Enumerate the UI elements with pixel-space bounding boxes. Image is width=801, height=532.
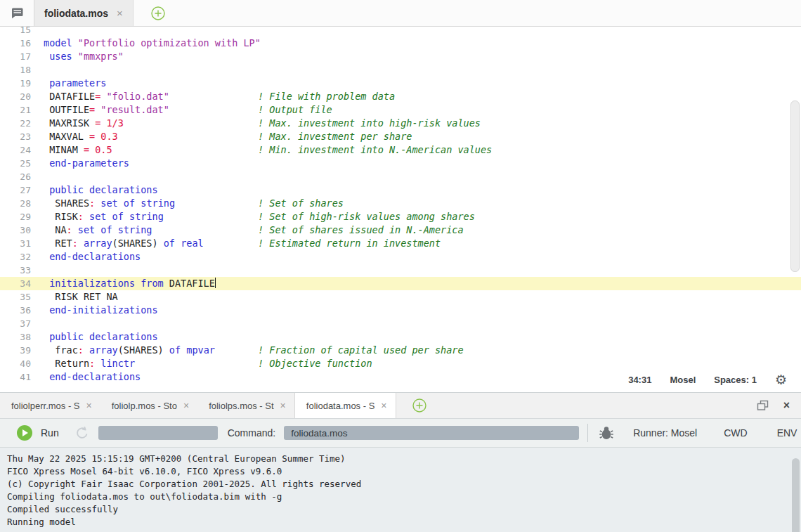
code-line[interactable]: 25 end-parameters <box>0 157 801 170</box>
console-line: Compiled successfully <box>7 503 801 516</box>
line-number: 21 <box>0 103 31 117</box>
code-line[interactable]: 20 DATAFILE= "folio.dat"! File with prob… <box>0 90 801 103</box>
code-line[interactable]: 19 parameters <box>0 77 801 90</box>
code-line[interactable]: 35 RISK RET NA <box>0 290 801 304</box>
line-number: 30 <box>0 223 31 237</box>
code-line[interactable]: 22 MAXRISK = 1/3! Max. investment into h… <box>0 117 801 130</box>
refresh-icon[interactable] <box>73 424 91 442</box>
line-number: 24 <box>0 143 31 157</box>
editor-scrollbar[interactable] <box>790 100 800 272</box>
code-line[interactable]: 26 <box>0 170 801 183</box>
code-line[interactable]: 34 initializations from DATAFILE <box>0 277 801 290</box>
close-tab-icon[interactable]: × <box>86 400 92 411</box>
panel-tab[interactable]: foliolperr.mos - S× <box>0 393 100 418</box>
code-text: NA: set of string! Set of shares issued … <box>31 223 801 237</box>
panel-actions: × <box>757 393 801 418</box>
editor-status-bar: 34:31 Mosel Spaces: 1 ⚙ <box>628 373 787 387</box>
code-line[interactable]: 31 RET: array(SHARES) of real! Estimated… <box>0 237 801 250</box>
close-tab-icon[interactable]: × <box>381 400 386 411</box>
console-line: Compiling foliodata.mos to out\foliodata… <box>7 491 801 503</box>
code-line[interactable]: 15 <box>0 27 801 37</box>
code-line[interactable]: 27 public declarations <box>0 183 801 197</box>
runner-selector[interactable]: Runner: Mosel <box>633 427 697 439</box>
line-number: 35 <box>0 290 31 304</box>
code-line[interactable]: 21 OUTFILE= "result.dat"! Output file <box>0 103 801 117</box>
code-text: initializations from DATAFILE <box>31 277 801 290</box>
syntax-mode-selector[interactable]: Mosel <box>670 373 696 387</box>
code-line[interactable]: 37 <box>0 317 801 330</box>
panel-tab-label: foliolperr.mos - S <box>11 401 80 411</box>
console-line: Running model <box>7 516 801 528</box>
line-number: 32 <box>0 250 31 264</box>
line-number: 25 <box>0 157 31 170</box>
line-number: 27 <box>0 183 31 197</box>
command-input[interactable] <box>284 426 579 440</box>
xpress-workbench-window: foliodata.mos × 1516model "Portfolio opt… <box>0 0 801 532</box>
env-button[interactable]: ENV <box>777 427 797 439</box>
code-text: SHARES: set of string! Set of shares <box>31 197 801 210</box>
line-number: 31 <box>0 237 31 250</box>
tab-foliodata[interactable]: foliodata.mos × <box>34 0 134 26</box>
line-number: 29 <box>0 210 31 223</box>
code-line[interactable]: 29 RISK: set of string! Set of high-risk… <box>0 210 801 223</box>
line-number: 41 <box>0 370 31 384</box>
code-text: MAXVAL = 0.3! Max. investment per share <box>31 130 801 143</box>
console-output[interactable]: Thu May 22 2025 15:15:19 GMT+0200 (Centr… <box>0 448 801 532</box>
line-number: 22 <box>0 117 31 130</box>
panel-tab[interactable]: foliolp.mos - Sto× <box>100 393 197 418</box>
settings-gear-icon[interactable]: ⚙ <box>775 373 787 387</box>
new-run-tab-button[interactable] <box>412 393 427 418</box>
code-line[interactable]: 39 frac: array(SHARES) of mpvar! Fractio… <box>0 344 801 357</box>
editor-tab-bar: foliodata.mos × <box>0 0 801 27</box>
code-text <box>31 264 801 277</box>
code-text: end-initializations <box>31 304 801 317</box>
indent-setting[interactable]: Spaces: 1 <box>714 373 757 387</box>
code-text: RISK RET NA <box>31 290 801 304</box>
command-label: Command: <box>228 427 275 439</box>
code-editor[interactable]: 1516model "Portfolio optimization with L… <box>0 27 801 392</box>
code-text: RET: array(SHARES) of real! Estimated re… <box>31 237 801 250</box>
console-scrollbar[interactable] <box>792 458 800 532</box>
restore-panel-icon[interactable] <box>757 400 769 411</box>
close-panel-icon[interactable]: × <box>783 399 790 412</box>
close-tab-icon[interactable]: × <box>117 7 123 19</box>
code-line[interactable]: 33 <box>0 264 801 277</box>
code-text <box>31 63 801 77</box>
line-number: 28 <box>0 197 31 210</box>
code-line[interactable]: 17 uses "mmxprs" <box>0 50 801 63</box>
file-list-icon[interactable] <box>0 0 34 26</box>
line-number: 34 <box>0 277 31 290</box>
close-tab-icon[interactable]: × <box>183 400 189 411</box>
play-icon <box>17 425 32 441</box>
code-text: public declarations <box>31 183 801 197</box>
debug-bug-icon[interactable] <box>598 425 615 441</box>
run-button-label: Run <box>41 427 59 439</box>
close-tab-icon[interactable]: × <box>280 400 286 411</box>
line-number: 18 <box>0 63 31 77</box>
run-button[interactable]: Run <box>13 424 63 441</box>
code-line[interactable]: 28 SHARES: set of string! Set of shares <box>0 197 801 210</box>
code-line[interactable]: 36 end-initializations <box>0 304 801 317</box>
code-line[interactable]: 32 end-declarations <box>0 250 801 264</box>
code-line[interactable]: 40 Return: linctr! Objective function <box>0 357 801 370</box>
code-line[interactable]: 38 public declarations <box>0 330 801 344</box>
cwd-button[interactable]: CWD <box>724 427 747 439</box>
console-line: (c) Copyright Fair Isaac Corporation 200… <box>7 478 801 491</box>
panel-tab[interactable]: foliodata.mos - S× <box>294 393 396 418</box>
code-text: public declarations <box>31 330 801 344</box>
line-number: 26 <box>0 170 31 183</box>
code-line[interactable]: 16model "Portfolio optimization with LP" <box>0 37 801 50</box>
run-toolbar: Run Command: Runner: Mosel CWD ENV <box>0 419 801 448</box>
code-line[interactable]: 18 <box>0 63 801 77</box>
new-tab-button[interactable] <box>150 0 166 26</box>
code-text: end-parameters <box>31 157 801 170</box>
code-text <box>31 317 801 330</box>
panel-tab[interactable]: foliolps.mos - St× <box>197 393 294 418</box>
code-line[interactable]: 23 MAXVAL = 0.3! Max. investment per sha… <box>0 130 801 143</box>
code-line[interactable]: 24 MINAM = 0.5! Min. investment into N.-… <box>0 143 801 157</box>
text-cursor <box>215 278 216 288</box>
code-line[interactable]: 30 NA: set of string! Set of shares issu… <box>0 223 801 237</box>
line-number: 39 <box>0 344 31 357</box>
line-number: 37 <box>0 317 31 330</box>
panel-tab-label: foliolp.mos - Sto <box>112 401 177 411</box>
